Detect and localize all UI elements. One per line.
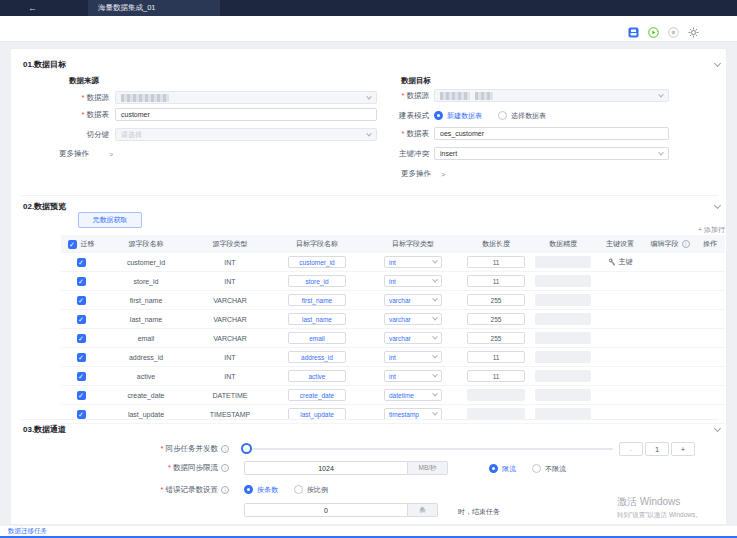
- length-input[interactable]: 11: [467, 370, 525, 382]
- table-row: ✓customer_idINTcustomer_idint11主键: [61, 253, 725, 272]
- row-checkbox[interactable]: ✓: [77, 391, 86, 400]
- target-field-name-input[interactable]: store_id: [288, 275, 346, 287]
- row-checkbox[interactable]: ✓: [77, 353, 86, 362]
- row-checkbox[interactable]: ✓: [77, 296, 86, 305]
- target-field-type-select[interactable]: int: [384, 370, 442, 382]
- target-field-type-select[interactable]: varchar: [384, 294, 442, 306]
- splitkey-select[interactable]: 请选择: [115, 128, 377, 141]
- table-row: ✓first_nameVARCHARfirst_namevarchar255: [61, 291, 725, 310]
- table-row: ✓store_idINTstore_idint11: [61, 272, 725, 291]
- target-field-name-input[interactable]: active: [288, 370, 346, 382]
- section-01-collapse-icon[interactable]: [714, 60, 721, 67]
- col-migrate: 迁移: [81, 239, 95, 249]
- stepper-plus-button[interactable]: +: [671, 442, 695, 456]
- source-field-type: INT: [224, 259, 235, 266]
- title-tab[interactable]: 海量数据集成_01: [88, 0, 220, 16]
- section-03-collapse-icon[interactable]: [714, 425, 721, 432]
- length-input[interactable]: 11: [467, 275, 525, 287]
- stepper-minus-button[interactable]: -: [619, 442, 643, 456]
- table-header-row: ✓迁移 源字段名称 源字段类型 目标字段名称 目标字段类型 数据长度 数据精度 …: [61, 235, 725, 253]
- error-count-input[interactable]: 0: [244, 503, 408, 517]
- source-table-input[interactable]: customer: [115, 108, 377, 121]
- target-group-label: 数据目标: [401, 76, 431, 86]
- row-checkbox[interactable]: ✓: [77, 258, 86, 267]
- target-field-name-input[interactable]: last_name: [288, 313, 346, 325]
- rate-option-limit[interactable]: 限流: [502, 464, 516, 474]
- length-input[interactable]: 255: [467, 313, 525, 325]
- col-source-field-type: 源字段类型: [191, 235, 269, 253]
- col-target-field-name: 目标字段名称: [269, 235, 365, 253]
- error-records-radio-group: 按条数 按比例: [244, 484, 328, 495]
- mode-option-existing[interactable]: 选择数据表: [511, 111, 546, 121]
- error-option-ratio[interactable]: 按比例: [307, 485, 328, 495]
- source-field-name: first_name: [130, 297, 163, 304]
- table-row: ✓address_idINTaddress_idint11: [61, 348, 725, 367]
- length-input[interactable]: 255: [467, 294, 525, 306]
- table-row: ✓create_dateDATETIMEcreate_datedatetime: [61, 386, 725, 405]
- target-field-type-select[interactable]: varchar: [384, 332, 442, 344]
- chevron-down-icon: [432, 372, 438, 378]
- length-input[interactable]: 11: [467, 351, 525, 363]
- target-field-name-input[interactable]: email: [288, 332, 346, 344]
- length-input[interactable]: 255: [467, 332, 525, 344]
- radio-unselected-icon[interactable]: [532, 464, 541, 473]
- target-table-label: *数据表: [351, 127, 429, 140]
- chevron-down-icon: [432, 391, 438, 397]
- add-row-link[interactable]: + 添加行: [615, 225, 725, 235]
- target-field-type-select[interactable]: int: [384, 275, 442, 287]
- source-field-name: address_id: [129, 354, 163, 361]
- toolbar: [0, 16, 737, 42]
- windows-activation-watermark: 激活 Windows 转到"设置"以激活 Windows。: [617, 495, 702, 520]
- source-datasource-select[interactable]: [115, 91, 377, 104]
- target-table-input[interactable]: oes_customer: [434, 127, 669, 140]
- save-icon[interactable]: [628, 24, 639, 35]
- run-icon[interactable]: [648, 24, 659, 35]
- radio-selected-icon[interactable]: [244, 485, 253, 494]
- source-more-actions-link[interactable]: 更多操作>: [59, 149, 113, 159]
- footer-tab-migration-task[interactable]: 数据迁移任务: [8, 527, 47, 536]
- target-field-type-select[interactable]: int: [384, 351, 442, 363]
- target-more-actions-link[interactable]: 更多操作>: [401, 169, 445, 179]
- concurrency-slider-handle[interactable]: [241, 443, 252, 454]
- source-field-type: DATETIME: [213, 392, 248, 399]
- col-operation: 操作: [695, 235, 725, 253]
- radio-selected-icon[interactable]: [434, 111, 443, 120]
- mode-option-new[interactable]: 新建数据表: [447, 111, 482, 121]
- error-option-count[interactable]: 按条数: [257, 485, 278, 495]
- length-input[interactable]: 11: [467, 256, 525, 268]
- concurrency-value[interactable]: 1: [645, 442, 669, 456]
- radio-unselected-icon[interactable]: [498, 111, 507, 120]
- row-checkbox[interactable]: ✓: [77, 410, 86, 419]
- row-checkbox[interactable]: ✓: [77, 334, 86, 343]
- target-field-name-input[interactable]: address_id: [288, 351, 346, 363]
- section-02-collapse-icon[interactable]: [714, 202, 721, 209]
- back-icon[interactable]: ←: [28, 0, 37, 16]
- target-field-name-input[interactable]: customer_id: [288, 256, 346, 268]
- fetch-metadata-button[interactable]: 元数据获取: [78, 212, 142, 228]
- rate-limit-input[interactable]: 1024: [244, 461, 408, 475]
- target-field-type-select[interactable]: datetime: [384, 389, 442, 401]
- radio-unselected-icon[interactable]: [294, 485, 303, 494]
- source-field-type: VARCHAR: [213, 316, 247, 323]
- concurrency-slider-track[interactable]: [251, 448, 613, 450]
- table-row: ✓emailVARCHARemailvarchar255: [61, 329, 725, 348]
- chevron-down-icon: [432, 258, 438, 264]
- rate-option-nolimit[interactable]: 不限流: [545, 464, 566, 474]
- section-02-title: 02.数据预览: [23, 201, 66, 212]
- radio-selected-icon[interactable]: [489, 464, 498, 473]
- settings-gear-icon[interactable]: [688, 24, 699, 35]
- target-field-name-input[interactable]: first_name: [288, 294, 346, 306]
- row-checkbox[interactable]: ✓: [77, 372, 86, 381]
- target-field-name-input[interactable]: create_date: [288, 389, 346, 401]
- length-field-disabled: [467, 389, 525, 401]
- table-row: ✓activeINTactiveint11: [61, 367, 725, 386]
- pk-conflict-select[interactable]: insert: [434, 147, 669, 160]
- row-checkbox[interactable]: ✓: [77, 277, 86, 286]
- precision-field-disabled: [535, 256, 591, 268]
- target-datasource-select[interactable]: [434, 89, 669, 102]
- target-field-type-select[interactable]: int: [384, 256, 442, 268]
- row-checkbox[interactable]: ✓: [77, 315, 86, 324]
- select-all-checkbox[interactable]: ✓: [68, 240, 77, 249]
- stop-icon[interactable]: [668, 24, 679, 35]
- target-field-type-select[interactable]: varchar: [384, 313, 442, 325]
